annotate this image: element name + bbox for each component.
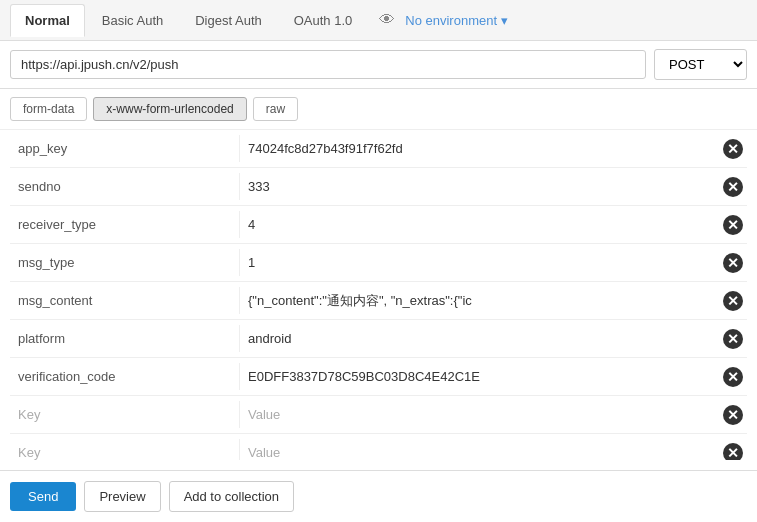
body-type-form-data[interactable]: form-data	[10, 97, 87, 121]
table-row: msg_content{"n_content":"通知内容", "n_extra…	[10, 282, 747, 320]
tab-oauth[interactable]: OAuth 1.0	[279, 4, 368, 37]
delete-field-button[interactable]: ✕	[719, 405, 747, 425]
delete-field-button[interactable]: ✕	[719, 177, 747, 197]
field-key: Key	[10, 401, 240, 428]
close-icon: ✕	[723, 367, 743, 387]
delete-field-button[interactable]: ✕	[719, 139, 747, 159]
table-row: verification_codeE0DFF3837D78C59BC03D8C4…	[10, 358, 747, 396]
url-input[interactable]	[10, 50, 646, 79]
table-row: sendno333✕	[10, 168, 747, 206]
close-icon: ✕	[723, 329, 743, 349]
field-value: Value	[240, 439, 719, 460]
tab-digest-auth[interactable]: Digest Auth	[180, 4, 277, 37]
tab-bar: Normal Basic Auth Digest Auth OAuth 1.0 …	[0, 0, 757, 41]
field-value: Value	[240, 401, 719, 428]
table-row: KeyValue✕	[10, 396, 747, 434]
table-row: platformandroid✕	[10, 320, 747, 358]
field-value: 333	[240, 173, 719, 200]
delete-field-button[interactable]: ✕	[719, 443, 747, 461]
send-button[interactable]: Send	[10, 482, 76, 511]
table-row: msg_type1✕	[10, 244, 747, 282]
close-icon: ✕	[723, 177, 743, 197]
table-row: KeyValue✕	[10, 434, 747, 460]
delete-field-button[interactable]: ✕	[719, 215, 747, 235]
close-icon: ✕	[723, 291, 743, 311]
body-type-raw[interactable]: raw	[253, 97, 298, 121]
table-row: app_key74024fc8d27b43f91f7f62fd✕	[10, 130, 747, 168]
delete-field-button[interactable]: ✕	[719, 291, 747, 311]
preview-button[interactable]: Preview	[84, 481, 160, 512]
field-key: platform	[10, 325, 240, 352]
field-value: android	[240, 325, 719, 352]
method-select[interactable]: POST GET PUT DELETE PATCH	[654, 49, 747, 80]
body-type-bar: form-data x-www-form-urlencoded raw	[0, 89, 757, 130]
field-value: 4	[240, 211, 719, 238]
add-to-collection-button[interactable]: Add to collection	[169, 481, 294, 512]
delete-field-button[interactable]: ✕	[719, 367, 747, 387]
tab-normal[interactable]: Normal	[10, 4, 85, 37]
delete-field-button[interactable]: ✕	[719, 329, 747, 349]
close-icon: ✕	[723, 253, 743, 273]
body-type-urlencoded[interactable]: x-www-form-urlencoded	[93, 97, 246, 121]
field-key: msg_type	[10, 249, 240, 276]
close-icon: ✕	[723, 139, 743, 159]
field-value: 1	[240, 249, 719, 276]
eye-icon[interactable]: 👁	[379, 11, 395, 29]
field-value: {"n_content":"通知内容", "n_extras":{"ic	[240, 286, 719, 316]
chevron-down-icon: ▾	[501, 13, 508, 28]
close-icon: ✕	[723, 443, 743, 461]
field-key: Key	[10, 439, 240, 460]
environment-selector[interactable]: No environment ▾	[405, 13, 507, 28]
field-key: verification_code	[10, 363, 240, 390]
field-key: sendno	[10, 173, 240, 200]
tab-basic-auth[interactable]: Basic Auth	[87, 4, 178, 37]
env-label: No environment	[405, 13, 497, 28]
url-bar: POST GET PUT DELETE PATCH	[0, 41, 757, 89]
field-value: E0DFF3837D78C59BC03D8C4E42C1E	[240, 363, 719, 390]
field-key: msg_content	[10, 287, 240, 314]
table-row: receiver_type4✕	[10, 206, 747, 244]
close-icon: ✕	[723, 215, 743, 235]
close-icon: ✕	[723, 405, 743, 425]
delete-field-button[interactable]: ✕	[719, 253, 747, 273]
field-value: 74024fc8d27b43f91f7f62fd	[240, 135, 719, 162]
action-bar: Send Preview Add to collection	[0, 470, 757, 522]
field-key: app_key	[10, 135, 240, 162]
form-fields: app_key74024fc8d27b43f91f7f62fd✕sendno33…	[0, 130, 757, 460]
field-key: receiver_type	[10, 211, 240, 238]
